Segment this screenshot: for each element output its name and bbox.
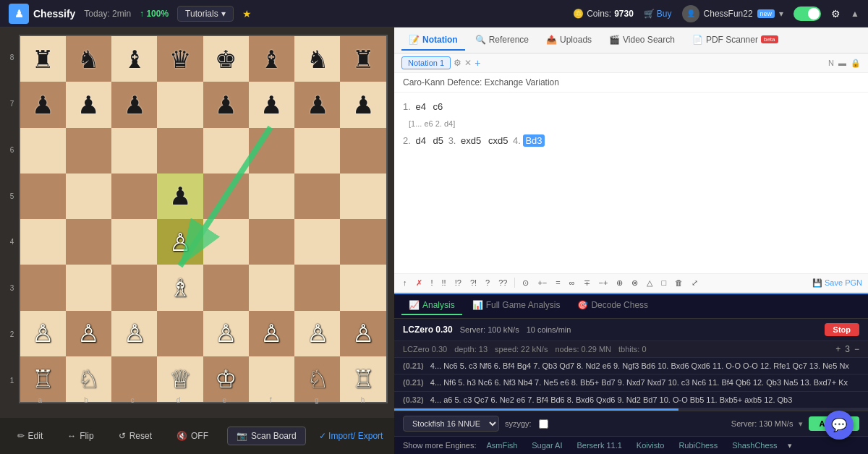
board-square[interactable]: [203, 219, 249, 265]
ann-excl[interactable]: !: [428, 277, 436, 288]
tab-reference[interactable]: 🔍 Reference: [468, 30, 536, 51]
ann-expand[interactable]: ⤢: [689, 277, 701, 289]
board-square[interactable]: ♟: [203, 82, 249, 127]
engine-berserk[interactable]: Berserk 11.1: [572, 440, 626, 450]
board-square[interactable]: ♙: [66, 311, 111, 356]
board-square[interactable]: [294, 219, 340, 265]
board-square[interactable]: [66, 128, 111, 174]
analysis-line-3[interactable]: (0.32) 4... a6 5. c3 Qc7 6. Ne2 e6 7. Bf…: [394, 392, 868, 409]
tab-notation[interactable]: 📝 Notation: [401, 30, 465, 51]
tutorials-button[interactable]: Tutorials ▾: [177, 6, 234, 22]
board-square[interactable]: ♙: [340, 311, 386, 356]
board-square[interactable]: ♝: [111, 36, 157, 82]
import-export-button[interactable]: ✓ Import/ Export: [319, 431, 383, 441]
board-square[interactable]: [249, 219, 294, 265]
board-square[interactable]: [66, 265, 111, 310]
board-square[interactable]: [111, 265, 157, 310]
ann-trash[interactable]: 🗑: [672, 277, 686, 288]
board-square[interactable]: [157, 311, 203, 356]
move-1-c6[interactable]: c6: [431, 100, 446, 113]
ann-excl-q[interactable]: !?: [452, 277, 464, 288]
board-square[interactable]: [20, 174, 66, 219]
engine-select[interactable]: Stockfish 16 NNUE: [403, 416, 499, 432]
ann-dbl-excl[interactable]: !!: [439, 277, 449, 288]
analysis-tab-decode[interactable]: 🎯 Decode Chess: [570, 296, 655, 315]
board-square[interactable]: [66, 174, 111, 219]
board-square[interactable]: [340, 265, 386, 310]
close-notation-icon[interactable]: ✕: [464, 58, 472, 68]
board-square[interactable]: [249, 174, 294, 219]
reset-button[interactable]: ↺ Reset: [113, 427, 158, 445]
edit-button[interactable]: ✏ Edit: [12, 427, 49, 445]
board-square[interactable]: [340, 174, 386, 219]
board-square[interactable]: ♟: [66, 82, 111, 127]
collapse-icon[interactable]: ▲: [851, 9, 859, 19]
move-2-d4[interactable]: d4: [413, 134, 430, 147]
discord-button[interactable]: 💬: [825, 411, 854, 440]
tab-video-search[interactable]: 🎬 Video Search: [602, 30, 682, 51]
gear-icon[interactable]: ⚙: [831, 8, 841, 20]
board-square[interactable]: ♙: [203, 311, 249, 356]
board-square[interactable]: [203, 128, 249, 174]
ann-dbl-q[interactable]: ??: [495, 277, 510, 288]
ann-sq[interactable]: □: [658, 277, 669, 288]
board-square[interactable]: ♛: [157, 36, 203, 82]
engine-koivisto[interactable]: Koivisto: [632, 440, 669, 450]
analysis-line-1[interactable]: (0.21) 4... Nc6 5. c3 Nf6 6. Bf4 Bg4 7. …: [394, 358, 868, 375]
sound-off-button[interactable]: 🔇 OFF: [171, 427, 214, 445]
board-square[interactable]: [157, 82, 203, 127]
toggle-notation-icon[interactable]: ▬: [838, 59, 846, 67]
board-square[interactable]: ♚: [203, 36, 249, 82]
board-square[interactable]: [157, 128, 203, 174]
ann-mp[interactable]: ∓: [581, 277, 593, 289]
move-1-e4[interactable]: e4: [413, 100, 430, 113]
analysis-tab-analysis[interactable]: 📈 Analysis: [401, 296, 462, 315]
ann-tri[interactable]: △: [644, 277, 655, 289]
ann-pm[interactable]: +−: [535, 277, 550, 288]
save-pgn-button[interactable]: 💾 Save PGN: [812, 278, 862, 288]
board-square[interactable]: [111, 174, 157, 219]
scan-board-button[interactable]: 📷 Scan Board: [227, 427, 306, 445]
board-square[interactable]: ♗: [157, 265, 203, 310]
notation-tab-1[interactable]: Notation 1: [401, 56, 451, 69]
board-square[interactable]: ♟: [157, 174, 203, 219]
move-2-d5[interactable]: d5: [431, 134, 448, 147]
board-square[interactable]: ♙: [20, 311, 66, 356]
board-square[interactable]: [20, 219, 66, 265]
stop-button[interactable]: Stop: [825, 323, 859, 336]
board-square[interactable]: [203, 265, 249, 310]
board-square[interactable]: [111, 219, 157, 265]
board-square[interactable]: ♟: [249, 82, 294, 127]
board-square[interactable]: [203, 174, 249, 219]
ann-space[interactable]: ⊕: [613, 277, 626, 289]
board-square[interactable]: ♙: [294, 311, 340, 356]
board-square[interactable]: [20, 128, 66, 174]
move-4-bd3[interactable]: Bd3: [523, 134, 544, 147]
more-engines-icon[interactable]: ▾: [788, 441, 792, 450]
board-square[interactable]: [20, 265, 66, 310]
board-square[interactable]: ♝: [249, 36, 294, 82]
board-square[interactable]: [249, 128, 294, 174]
board-square[interactable]: [294, 174, 340, 219]
ann-q[interactable]: ?: [482, 277, 493, 288]
engine-asmfish[interactable]: AsmFish: [482, 440, 522, 450]
move-3-exd5[interactable]: exd5: [459, 134, 486, 147]
board-square[interactable]: ♙: [249, 311, 294, 356]
board-square[interactable]: ♞: [66, 36, 111, 82]
ann-x[interactable]: ✗: [413, 277, 425, 289]
board-square[interactable]: ♜: [340, 36, 386, 82]
tab-uploads[interactable]: 📤 Uploads: [539, 30, 599, 51]
board-square[interactable]: ♟: [340, 82, 386, 127]
plus-button[interactable]: +: [835, 344, 841, 354]
ann-q-excl[interactable]: ?!: [467, 277, 480, 288]
board-square[interactable]: [249, 265, 294, 310]
tab-pdf-scanner[interactable]: 📄 PDF Scanner beta: [685, 30, 786, 51]
chevron-down-icon-user[interactable]: ▾: [779, 9, 783, 19]
ann-inf[interactable]: ∞: [566, 277, 578, 288]
board-square[interactable]: [340, 128, 386, 174]
analysis-line-2[interactable]: (0.21) 4... Nf6 5. h3 Nc6 6. Nf3 Nb4 7. …: [394, 374, 868, 392]
ann-circle[interactable]: ⊙: [519, 277, 532, 289]
board-square[interactable]: [294, 128, 340, 174]
engine-shashchess[interactable]: ShashChess: [728, 440, 781, 450]
engine-rubichess[interactable]: RubiChess: [674, 440, 722, 450]
